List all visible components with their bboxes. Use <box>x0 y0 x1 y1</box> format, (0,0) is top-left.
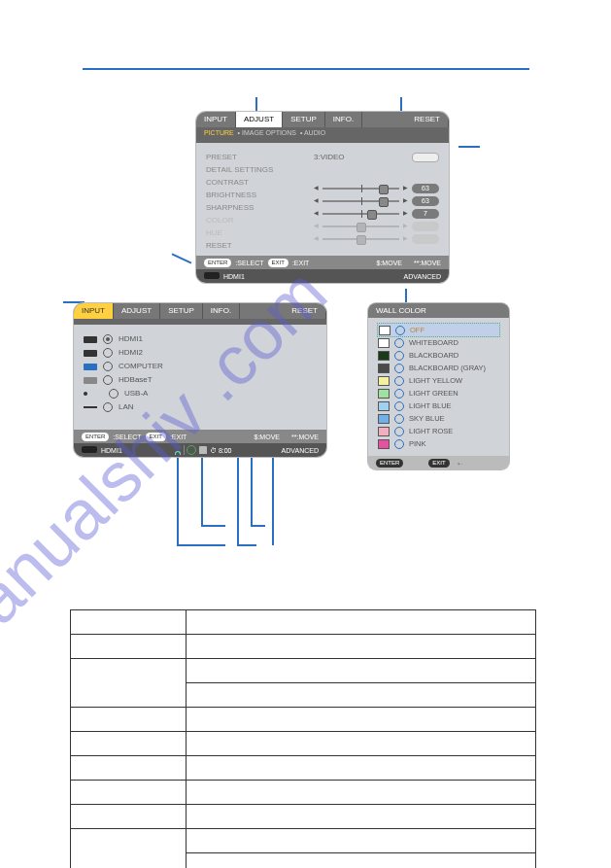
wall-color-blackboard-gray[interactable]: BLACKBOARD (GRAY) <box>378 362 499 374</box>
wall-color-light-green[interactable]: LIGHT GREEN <box>378 387 499 399</box>
swatch-icon <box>378 389 390 399</box>
label-sharpness: SHARPNESS <box>206 201 298 214</box>
dialog-footer: ENTER EXIT ⇠ <box>368 456 509 469</box>
subtab-audio[interactable]: AUDIO <box>304 129 325 136</box>
menu-tabs: INPUT ADJUST SETUP INFO. RESET <box>74 303 326 319</box>
table-cell <box>71 781 187 805</box>
subtab-image-options[interactable]: IMAGE OPTIONS <box>242 129 296 136</box>
input-computer[interactable]: COMPUTER <box>84 360 163 373</box>
lan-icon <box>84 406 97 408</box>
tab-info[interactable]: INFO. <box>203 303 240 319</box>
table-cell <box>187 635 536 659</box>
slider-brightness[interactable]: ◀ ▶ 63 <box>314 194 439 207</box>
input-hdmi2[interactable]: HDMI2 <box>84 346 163 360</box>
hdmi-icon <box>84 336 97 343</box>
swatch-icon <box>378 351 390 361</box>
table-cell <box>187 853 536 869</box>
wall-color-dialog: WALL COLOR OFF WHITEBOARD BLACKBOARD BLA… <box>368 303 509 469</box>
table-cell <box>187 708 536 732</box>
table-cell <box>187 659 536 683</box>
enter-key-icon: ENTER <box>376 459 403 468</box>
osd-input-panel: INPUT ADJUST SETUP INFO. RESET HDMI1 HDM… <box>74 303 326 457</box>
input-usba[interactable]: USB-A <box>84 387 163 400</box>
enter-key-icon: ENTER <box>82 433 109 441</box>
dialog-title: WALL COLOR <box>368 303 509 318</box>
wall-color-sky-blue[interactable]: SKY BLUE <box>378 412 499 425</box>
tab-input[interactable]: INPUT <box>196 112 236 127</box>
slider-contrast[interactable]: ◀ ▶ 63 <box>314 182 439 194</box>
label-contrast: CONTRAST <box>206 176 298 189</box>
callout-line <box>458 146 480 148</box>
tab-info[interactable]: INFO. <box>325 112 362 127</box>
tab-adjust[interactable]: ADJUST <box>114 303 160 319</box>
header-rule <box>83 68 529 70</box>
exit-key-icon: EXIT <box>146 433 166 441</box>
tab-setup[interactable]: SETUP <box>283 112 325 127</box>
hdbaset-icon <box>84 377 97 384</box>
wall-color-pink[interactable]: PINK <box>378 437 499 450</box>
callout-line <box>201 458 203 526</box>
tab-input[interactable]: INPUT <box>74 303 114 319</box>
slider-color: ◀▶ <box>314 220 439 232</box>
table-cell <box>71 805 187 829</box>
callout-line <box>201 525 225 527</box>
swatch-icon <box>378 439 390 449</box>
table-cell <box>71 708 187 732</box>
table-cell <box>71 829 187 869</box>
wall-color-light-blue[interactable]: LIGHT BLUE <box>378 399 499 412</box>
callout-line <box>251 458 253 526</box>
tab-reset[interactable]: RESET <box>284 303 326 319</box>
slider-sharpness[interactable]: ◀ ▶ 7 <box>314 207 439 220</box>
input-list: HDMI1 HDMI2 COMPUTER HDBaseT USB-A LAN <box>84 332 163 426</box>
table-cell <box>71 756 187 781</box>
label-hue: HUE <box>206 226 298 239</box>
wall-color-light-yellow[interactable]: LIGHT YELLOW <box>378 374 499 387</box>
wall-color-whiteboard[interactable]: WHITEBOARD <box>378 336 499 349</box>
wall-color-light-rose[interactable]: LIGHT ROSE <box>378 425 499 437</box>
exit-key-icon: EXIT <box>428 459 449 468</box>
osd-footer: ENTER:SELECT EXIT:EXIT $:MOVE **:MOVE <box>196 256 449 269</box>
swatch-icon <box>379 326 390 335</box>
swatch-icon <box>378 427 390 436</box>
subtab-picture[interactable]: PICTURE <box>204 129 234 136</box>
tab-reset[interactable]: RESET <box>406 112 449 127</box>
swatch-icon <box>378 414 390 424</box>
table-cell <box>187 610 536 635</box>
wall-color-blackboard[interactable]: BLACKBOARD <box>378 349 499 362</box>
timer-value: 8:00 <box>219 447 232 454</box>
preset-toggle[interactable] <box>412 153 439 162</box>
table-cell <box>187 829 536 853</box>
table-cell <box>187 732 536 756</box>
table-cell <box>187 683 536 708</box>
tab-adjust[interactable]: ADJUST <box>236 112 283 127</box>
hdmi-icon <box>82 446 97 453</box>
enter-key-icon: ENTER <box>204 259 231 267</box>
table-cell <box>71 659 187 708</box>
table-cell <box>71 610 187 635</box>
menu-mode: ADVANCED <box>404 273 441 280</box>
hdmi-icon <box>84 350 97 357</box>
osd-footer: ENTER:SELECT EXIT:EXIT $:MOVE **:MOVE <box>74 430 326 443</box>
callout-line <box>272 458 274 545</box>
value-brightness: 63 <box>412 196 439 206</box>
eco-icon <box>187 445 196 455</box>
radio-selected-icon <box>395 326 405 335</box>
swatch-icon <box>378 376 390 386</box>
swatch-icon <box>378 338 390 348</box>
swatch-icon <box>378 364 390 373</box>
source-bar: HDMI1 ⏱ 8:00 ADVANCED <box>74 443 326 457</box>
input-hdbaset[interactable]: HDBaseT <box>84 373 163 387</box>
input-hdmi1[interactable]: HDMI1 <box>84 332 163 346</box>
tab-setup[interactable]: SETUP <box>160 303 203 319</box>
vga-icon <box>84 364 97 370</box>
submenu-tabs: PICTURE • IMAGE OPTIONS • AUDIO <box>196 127 449 143</box>
menu-tabs: INPUT ADJUST SETUP INFO. RESET <box>196 112 449 127</box>
input-lan[interactable]: LAN <box>84 400 163 414</box>
setting-labels: PRESET DETAIL SETTINGS CONTRAST BRIGHTNE… <box>206 151 298 252</box>
label-detail: DETAIL SETTINGS <box>206 163 298 176</box>
wall-color-off[interactable]: OFF <box>377 323 500 337</box>
callout-line <box>172 253 192 263</box>
menu-mode: ADVANCED <box>282 447 319 454</box>
slider-hue: ◀▶ <box>314 232 439 245</box>
callout-line <box>237 458 239 545</box>
